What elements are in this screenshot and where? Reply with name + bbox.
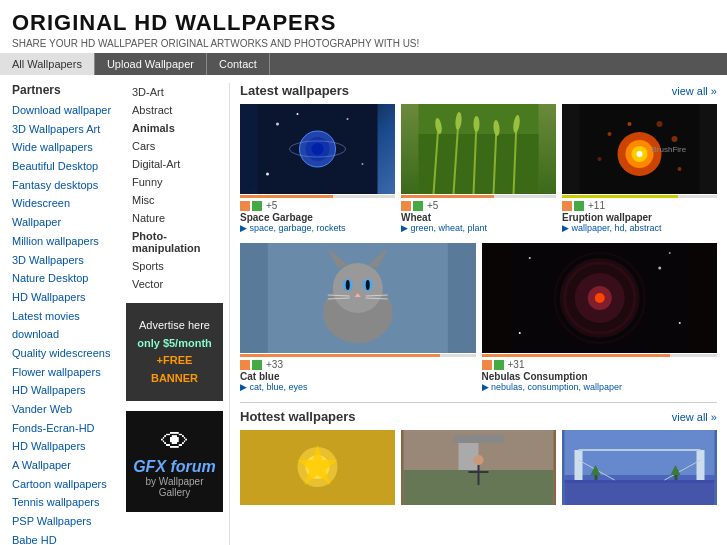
icon-green-space — [252, 201, 262, 211]
latest-view-all[interactable]: view all » — [672, 85, 717, 97]
sidebar-link-2[interactable]: Wide wallpapers — [12, 138, 112, 157]
wallpaper-name-nebula[interactable]: Nebulas Consumption — [482, 371, 718, 382]
sidebar-link-4[interactable]: Fantasy desktops — [12, 176, 112, 195]
wallpaper-tags-cat: ▶ cat, blue, eyes — [240, 382, 476, 392]
sidebar-link-6[interactable]: Million wallpapers — [12, 232, 112, 251]
progress-bar-nebula — [482, 354, 718, 357]
icon-green-eruption — [574, 201, 584, 211]
cat-cars[interactable]: Cars — [126, 137, 223, 155]
nav-upload-wallpaper[interactable]: Upload Wallpaper — [95, 53, 207, 75]
svg-point-42 — [366, 280, 370, 290]
sidebar-link-11[interactable]: Quality widescreens — [12, 344, 112, 363]
sidebar-link-5[interactable]: Widescreen Wallpaper — [12, 194, 112, 231]
cat-nature[interactable]: Nature — [126, 209, 223, 227]
sidebar-link-21[interactable]: Babe HD Wallpapers — [12, 531, 112, 545]
svg-point-30 — [598, 157, 602, 161]
wallpaper-thumb-wheat[interactable] — [401, 104, 556, 194]
wallpaper-thumb-nebula[interactable] — [482, 243, 718, 353]
sidebar-link-16[interactable]: HD Wallpapers — [12, 437, 112, 456]
progress-bar-wheat — [401, 195, 556, 198]
progress-fill-eruption — [562, 195, 678, 198]
sidebar-link-9[interactable]: HD Wallpapers — [12, 288, 112, 307]
hottest-section-title: Hottest wallpapers — [240, 409, 356, 424]
sidebar-link-15[interactable]: Fonds-Ecran-HD — [12, 419, 112, 438]
svg-point-33 — [657, 121, 663, 127]
wallpaper-tags-nebula: ▶ nebulas, consumption, wallpaper — [482, 382, 718, 392]
cat-misc[interactable]: Misc — [126, 191, 223, 209]
cat-3d-art[interactable]: 3D-Art — [126, 83, 223, 101]
cat-funny[interactable]: Funny — [126, 173, 223, 191]
wallpaper-tags-eruption: ▶ wallpaper, hd, abstract — [562, 223, 717, 233]
categories-panel: 3D-Art Abstract Animals Cars Digital-Art… — [120, 83, 230, 545]
hottest-thumb-2[interactable] — [562, 430, 717, 505]
cat-vector[interactable]: Vector — [126, 275, 223, 293]
wallpaper-name-eruption[interactable]: Eruption wallpaper — [562, 212, 717, 223]
section-divider — [240, 402, 717, 403]
progress-bar-eruption — [562, 195, 717, 198]
icon-orange-eruption — [562, 201, 572, 211]
wallpaper-tags-space: ▶ space, garbage, rockets — [240, 223, 395, 233]
sidebar-link-18[interactable]: Cartoon wallpapers — [12, 475, 112, 494]
sidebar-link-17[interactable]: A Wallpaper — [12, 456, 112, 475]
score-nebula: +31 — [508, 359, 525, 370]
hottest-view-all[interactable]: view all » — [672, 411, 717, 423]
cat-abstract[interactable]: Abstract — [126, 101, 223, 119]
wallpaper-name-space[interactable]: Space Garbage — [240, 212, 395, 223]
sidebar: Partners Download wallpaper 3D Wallpaper… — [0, 83, 120, 545]
icon-orange-cat — [240, 360, 250, 370]
icon-green-cat — [252, 360, 262, 370]
page-subtitle: SHARE YOUR HD WALLPAPER ORIGINAL ARTWORK… — [12, 38, 715, 49]
sidebar-link-8[interactable]: Nature Desktop — [12, 269, 112, 288]
svg-point-32 — [628, 122, 632, 126]
sidebar-link-13[interactable]: HD Wallpapers — [12, 381, 112, 400]
ad-box: Advertise here only $5/month +FREE BANNE… — [126, 303, 223, 401]
cat-digital-art[interactable]: Digital-Art — [126, 155, 223, 173]
sidebar-link-12[interactable]: Flower wallpapers — [12, 363, 112, 382]
wallpaper-thumb-space[interactable] — [240, 104, 395, 194]
sidebar-section-title: Partners — [12, 83, 112, 97]
gfx-by: by Wallpaper Gallery — [132, 476, 217, 498]
svg-point-36 — [333, 263, 383, 313]
page-header: ORIGINAL HD WALLPAPERS SHARE YOUR HD WAL… — [0, 0, 727, 53]
svg-point-6 — [347, 118, 349, 120]
hottest-grid — [240, 430, 717, 505]
cat-animals[interactable]: Animals — [126, 119, 223, 137]
main-layout: Partners Download wallpaper 3D Wallpaper… — [0, 75, 727, 545]
svg-point-57 — [668, 252, 670, 254]
wallpaper-icons-eruption: +11 — [562, 200, 717, 211]
wallpaper-thumb-eruption[interactable]: BrushFire — [562, 104, 717, 194]
progress-fill-cat — [240, 354, 440, 357]
progress-fill-wheat — [401, 195, 494, 198]
cat-photo-manipulation[interactable]: Photo-manipulation — [126, 227, 223, 257]
cat-sports[interactable]: Sports — [126, 257, 223, 275]
svg-point-3 — [312, 143, 324, 155]
nav-all-wallpapers[interactable]: All Wallpapers — [0, 53, 95, 75]
wallpaper-name-wheat[interactable]: Wheat — [401, 212, 556, 223]
gfx-title: GFX forum — [132, 458, 217, 476]
hottest-image-2 — [562, 430, 717, 505]
latest-section-header: Latest wallpapers view all » — [240, 83, 717, 98]
sidebar-link-1[interactable]: 3D Wallpapers Art — [12, 120, 112, 139]
sidebar-link-14[interactable]: Vander Web — [12, 400, 112, 419]
latest-section-title: Latest wallpapers — [240, 83, 349, 98]
wallpaper-name-cat[interactable]: Cat blue — [240, 371, 476, 382]
sidebar-link-10[interactable]: Latest movies download — [12, 307, 112, 344]
wallpaper-item-wheat: +5 Wheat ▶ green, wheat, plant — [401, 104, 556, 233]
sidebar-link-19[interactable]: Tennis wallpapers — [12, 493, 112, 512]
sidebar-link-0[interactable]: Download wallpaper — [12, 101, 112, 120]
wallpaper-item-eruption: BrushFire +11 — [562, 104, 717, 233]
latest-row-1: +5 Space Garbage ▶ space, garbage, rocke… — [240, 104, 717, 233]
wallpaper-thumb-cat[interactable] — [240, 243, 476, 353]
hottest-thumb-1[interactable] — [401, 430, 556, 505]
score-cat: +33 — [266, 359, 283, 370]
hottest-thumb-0[interactable] — [240, 430, 395, 505]
svg-point-68 — [474, 455, 484, 465]
progress-bar-space — [240, 195, 395, 198]
nav-contact[interactable]: Contact — [207, 53, 270, 75]
svg-point-7 — [362, 163, 364, 165]
svg-point-31 — [678, 167, 682, 171]
sidebar-link-20[interactable]: PSP Wallpapers — [12, 512, 112, 531]
sidebar-link-3[interactable]: Beautiful Desktop — [12, 157, 112, 176]
sidebar-link-7[interactable]: 3D Wallpapers — [12, 251, 112, 270]
wallpaper-tags-wheat: ▶ green, wheat, plant — [401, 223, 556, 233]
